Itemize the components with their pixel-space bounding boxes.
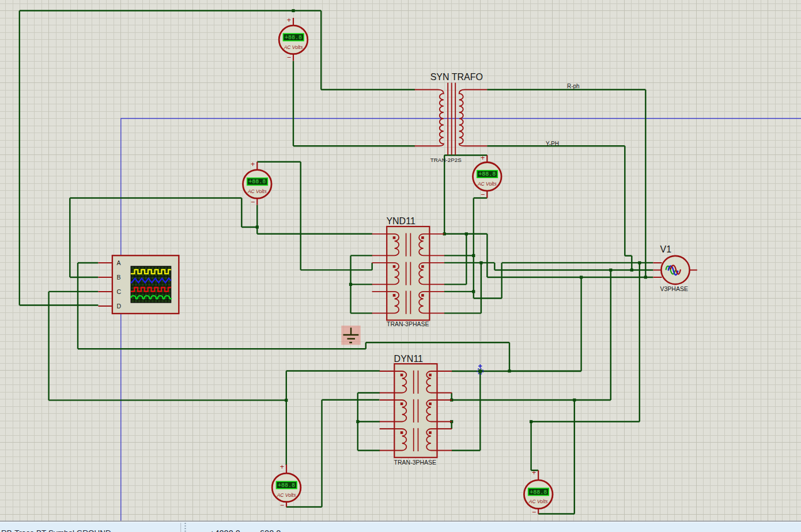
svg-text:C: C xyxy=(117,288,122,295)
svg-text:DYN11: DYN11 xyxy=(394,354,423,364)
svg-text:SYN TRAFO: SYN TRAFO xyxy=(430,72,483,82)
svg-text:B: B xyxy=(117,274,121,281)
svg-text:D: D xyxy=(117,303,122,310)
svg-text:+: + xyxy=(251,160,255,168)
svg-text:+: + xyxy=(280,463,284,471)
svg-text:−: − xyxy=(532,508,536,516)
svg-text:RB-Trace BT-Symbol GROUND: RB-Trace BT-Symbol GROUND xyxy=(1,529,111,532)
svg-text:R-ph: R-ph xyxy=(567,83,580,89)
svg-text:−: − xyxy=(251,198,255,206)
svg-text:V3PHASE: V3PHASE xyxy=(660,285,688,292)
svg-text:TRAN-3PHASE: TRAN-3PHASE xyxy=(387,320,429,327)
svg-text:TRAN-2P2S: TRAN-2P2S xyxy=(430,157,462,163)
svg-text:YND11: YND11 xyxy=(386,216,415,226)
svg-text:TRAN-3PHASE: TRAN-3PHASE xyxy=(394,459,437,466)
svg-text:V1: V1 xyxy=(660,244,672,254)
svg-text:−: − xyxy=(280,501,284,510)
svg-text:−: − xyxy=(481,191,485,199)
svg-text:−: − xyxy=(287,54,291,62)
svg-text:+: + xyxy=(532,469,536,477)
svg-text:Y-PH: Y-PH xyxy=(546,141,559,147)
svg-text:600.0: 600.0 xyxy=(260,529,281,532)
svg-text:+4000.0: +4000.0 xyxy=(210,529,240,532)
svg-text:+: + xyxy=(287,16,291,24)
svg-text:+: + xyxy=(481,154,485,162)
svg-text:A: A xyxy=(117,259,121,266)
